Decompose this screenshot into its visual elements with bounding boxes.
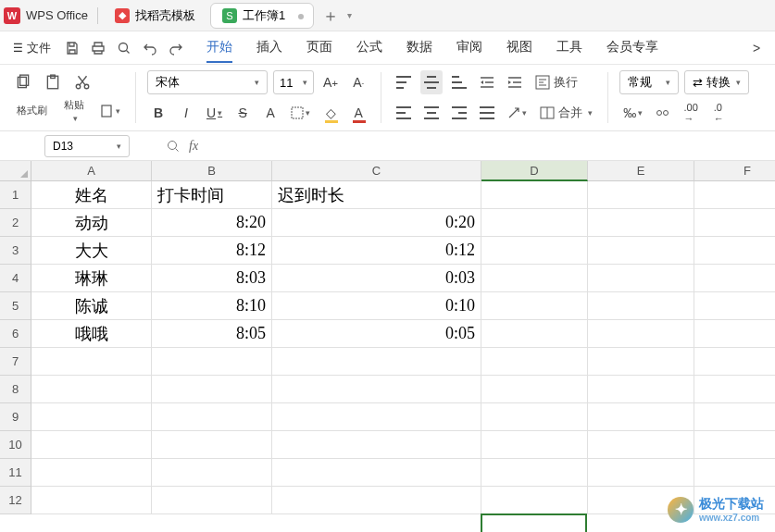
- select-all-corner[interactable]: [0, 161, 31, 181]
- align-middle-button[interactable]: [420, 70, 443, 94]
- name-box[interactable]: D13▾: [44, 135, 130, 157]
- cell[interactable]: 大大: [31, 237, 152, 265]
- tab-templates[interactable]: ◆ 找稻壳模板: [104, 3, 206, 29]
- text-effects-button[interactable]: A: [259, 101, 281, 125]
- row-header[interactable]: 10: [0, 431, 31, 459]
- cell[interactable]: [588, 181, 694, 209]
- cell[interactable]: [481, 209, 588, 237]
- cell[interactable]: [694, 237, 775, 265]
- comma-style-button[interactable]: [652, 101, 674, 125]
- tab-workbook[interactable]: S 工作簿1: [210, 3, 314, 29]
- merge-button[interactable]: 合并: [536, 101, 596, 125]
- font-size-select[interactable]: 11▾: [273, 70, 314, 94]
- cell[interactable]: [31, 431, 152, 459]
- italic-button[interactable]: I: [175, 101, 197, 125]
- fill-color-button[interactable]: ◇: [319, 101, 342, 125]
- cut-button[interactable]: [70, 70, 94, 94]
- cell[interactable]: [694, 181, 775, 209]
- cell[interactable]: [31, 348, 152, 376]
- row-header[interactable]: 11: [0, 459, 31, 487]
- wrap-text-button[interactable]: 换行: [531, 70, 581, 94]
- cell[interactable]: 姓名: [31, 181, 152, 209]
- cell[interactable]: [31, 459, 152, 487]
- cell[interactable]: [481, 292, 588, 320]
- cell[interactable]: [481, 348, 588, 376]
- cell[interactable]: [694, 431, 775, 459]
- cell[interactable]: 0:10: [272, 292, 481, 320]
- font-name-select[interactable]: 宋体▾: [147, 70, 268, 94]
- cell[interactable]: [694, 292, 775, 320]
- cell[interactable]: [481, 265, 588, 292]
- cell[interactable]: 0:12: [272, 237, 481, 265]
- cell[interactable]: 8:12: [152, 237, 272, 265]
- row-header[interactable]: 1: [0, 181, 31, 209]
- cell[interactable]: [588, 320, 694, 348]
- cell[interactable]: [588, 209, 694, 237]
- cell[interactable]: 0:05: [272, 320, 481, 348]
- cell[interactable]: [152, 376, 272, 403]
- cell[interactable]: [694, 320, 775, 348]
- cell[interactable]: [588, 459, 694, 487]
- cell[interactable]: 8:20: [152, 209, 272, 237]
- align-right-button[interactable]: [448, 101, 470, 125]
- cell[interactable]: [694, 376, 775, 403]
- align-left-button[interactable]: [393, 101, 415, 125]
- cell[interactable]: [31, 487, 152, 514]
- cell[interactable]: 打卡时间: [152, 181, 272, 209]
- tab-member[interactable]: 会员专享: [606, 33, 658, 63]
- border-button[interactable]: [287, 101, 314, 125]
- tab-formula[interactable]: 公式: [356, 33, 382, 63]
- row-header[interactable]: 7: [0, 348, 31, 376]
- row-header[interactable]: 4: [0, 265, 31, 292]
- increase-decimal-button[interactable]: .00→: [680, 101, 702, 125]
- save-button[interactable]: [64, 40, 81, 56]
- cell[interactable]: [481, 459, 588, 487]
- cell[interactable]: [481, 320, 588, 348]
- cell[interactable]: [694, 348, 775, 376]
- cell[interactable]: [272, 376, 481, 403]
- cell[interactable]: 0:20: [272, 209, 481, 237]
- cell[interactable]: [588, 265, 694, 292]
- row-header[interactable]: 9: [0, 403, 31, 431]
- clipboard-dropdown[interactable]: [95, 99, 124, 123]
- row-header[interactable]: 2: [0, 209, 31, 237]
- cell[interactable]: [588, 292, 694, 320]
- redo-button[interactable]: [168, 40, 184, 56]
- column-header[interactable]: A: [31, 161, 152, 181]
- percent-style-button[interactable]: ‰: [619, 101, 646, 125]
- tab-view[interactable]: 视图: [506, 33, 532, 63]
- cell[interactable]: [272, 487, 481, 514]
- tab-page[interactable]: 页面: [306, 33, 332, 63]
- formula-input[interactable]: [206, 135, 775, 157]
- tab-tools[interactable]: 工具: [556, 33, 582, 63]
- cell[interactable]: 哦哦: [31, 320, 152, 348]
- cell[interactable]: [588, 376, 694, 403]
- increase-indent-button[interactable]: [504, 70, 526, 94]
- cell[interactable]: [272, 348, 481, 376]
- tab-insert[interactable]: 插入: [256, 33, 282, 63]
- print-button[interactable]: [90, 40, 106, 56]
- cell[interactable]: [481, 376, 588, 403]
- cell[interactable]: [694, 209, 775, 237]
- font-color-button[interactable]: A: [347, 101, 369, 125]
- column-header[interactable]: E: [588, 161, 694, 181]
- convert-button[interactable]: ⇄转换: [684, 70, 749, 94]
- cell[interactable]: [152, 459, 272, 487]
- clipboard-button[interactable]: [41, 70, 65, 94]
- cell[interactable]: 迟到时长: [272, 181, 481, 209]
- column-header[interactable]: D: [481, 161, 588, 181]
- cell[interactable]: 8:10: [152, 292, 272, 320]
- tab-list-caret[interactable]: ▾: [347, 10, 352, 20]
- preview-button[interactable]: [116, 40, 132, 56]
- copy-button[interactable]: [11, 70, 35, 94]
- column-header[interactable]: B: [152, 161, 272, 181]
- decrease-indent-button[interactable]: [476, 70, 498, 94]
- cell[interactable]: 陈诚: [31, 292, 152, 320]
- cell[interactable]: [152, 487, 272, 514]
- cell[interactable]: 8:05: [152, 320, 272, 348]
- cell[interactable]: [694, 265, 775, 292]
- more-menu[interactable]: >: [745, 36, 768, 60]
- cancel-icon[interactable]: [167, 140, 180, 153]
- cell[interactable]: [694, 403, 775, 431]
- cell[interactable]: [272, 431, 481, 459]
